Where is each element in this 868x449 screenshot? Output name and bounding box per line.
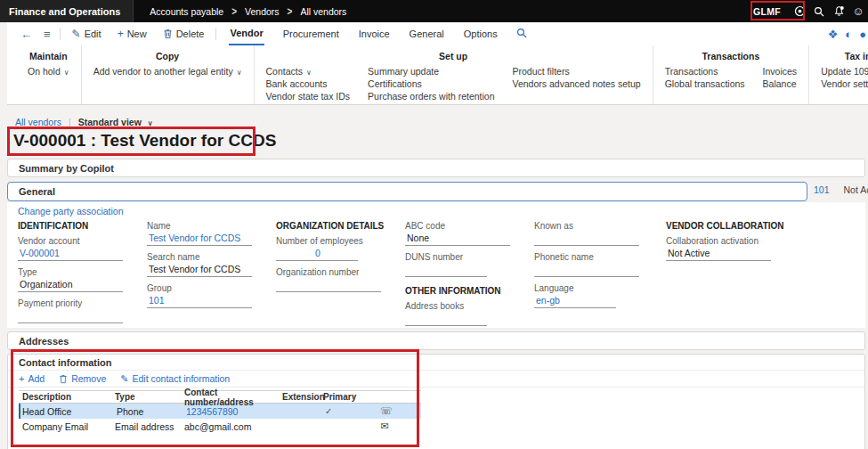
- phone-icon: ☏: [368, 405, 405, 417]
- group-header-vendor-collaboration: VENDOR COLLABORATION: [666, 221, 844, 233]
- language-value[interactable]: en-gb: [534, 295, 616, 308]
- balance-button[interactable]: Balance: [763, 78, 798, 89]
- section-addresses[interactable]: Addresses: [7, 331, 865, 350]
- search-icon[interactable]: [809, 0, 829, 22]
- update-1099-button[interactable]: Update 1099: [821, 66, 868, 77]
- field-name: Name Test Vendor for CCDS: [147, 221, 276, 246]
- vendors-advanced-notes-button[interactable]: Vendors advanced notes setup: [513, 78, 641, 89]
- list-view-row: All vendors | Standard view ∨: [15, 117, 153, 127]
- organization-number-value[interactable]: [276, 279, 381, 292]
- bell-icon[interactable]: [829, 0, 848, 22]
- column-header-contact-number[interactable]: Contact number/address: [184, 388, 282, 407]
- breadcrumb-all-vendors[interactable]: All vendors: [300, 6, 346, 17]
- plus-icon: +: [118, 29, 124, 39]
- bank-accounts-button[interactable]: Bank accounts: [266, 78, 351, 89]
- vendor-state-tax-ids-button[interactable]: Vendor state tax IDs: [266, 91, 351, 102]
- tab-general[interactable]: General: [409, 24, 445, 45]
- change-party-association-link[interactable]: Change party association: [18, 206, 124, 216]
- tab-procurement[interactable]: Procurement: [282, 24, 340, 45]
- ribbon-group-copy: Copy Add vendor to another legal entity∨: [81, 45, 254, 104]
- payment-priority-value[interactable]: [18, 310, 123, 323]
- column-header-extension[interactable]: Extension: [282, 392, 323, 402]
- ribbon-group-maintain: Maintain On hold∨: [16, 45, 81, 104]
- ribbon-group-title: Copy: [156, 51, 179, 62]
- delete-button[interactable]: Delete: [163, 29, 205, 39]
- sort-descending-icon[interactable]: ↓: [352, 392, 366, 402]
- collaboration-activation-value[interactable]: Not Active: [666, 248, 771, 261]
- column-codes: ABC code None DUNS number OTHER INFORMAT…: [405, 221, 534, 332]
- contact-grid: Description Type Contact number/address …: [19, 390, 421, 434]
- field-language: Language en-gb: [534, 283, 666, 308]
- group-value[interactable]: 101: [147, 295, 252, 308]
- command-bar: ← ≡ ✎ Edit + New Delete Vendor Procureme…: [7, 22, 868, 105]
- contacts-button[interactable]: Contacts∨: [266, 66, 351, 77]
- feedback-smiley-icon[interactable]: ☺: [848, 0, 868, 22]
- global-transactions-button[interactable]: Global transactions: [665, 78, 745, 89]
- vendor-settlement-1099s-button[interactable]: Vendor settlement for 1099s: [821, 78, 868, 89]
- column-header-primary[interactable]: Primary: [323, 392, 352, 402]
- number-of-employees-value[interactable]: 0: [276, 248, 358, 261]
- group-header-organization-details: ORGANIZATION DETAILS: [276, 221, 405, 233]
- vendor-account-value[interactable]: V-000001: [18, 248, 123, 261]
- view-selector[interactable]: Standard view ∨: [78, 117, 153, 127]
- cell-contact-number[interactable]: 1234567890: [186, 406, 284, 417]
- company-picker[interactable]: GLMF: [744, 6, 790, 17]
- column-organization-details: ORGANIZATION DETAILS Number of employees…: [276, 221, 405, 332]
- on-hold-button[interactable]: On hold∨: [28, 66, 69, 77]
- transactions-button[interactable]: Transactions: [665, 66, 745, 77]
- breadcrumb-accounts-payable[interactable]: Accounts payable: [150, 6, 223, 17]
- contact-information-header[interactable]: Contact information: [8, 355, 864, 371]
- tab-options[interactable]: Options: [463, 24, 499, 45]
- certifications-button[interactable]: Certifications: [368, 78, 494, 89]
- field-vendor-account: Vendor account V-000001: [18, 236, 147, 261]
- copilot-icon[interactable]: [790, 0, 809, 22]
- duns-number-value[interactable]: [405, 264, 487, 277]
- column-header-description[interactable]: Description: [19, 392, 115, 402]
- type-value[interactable]: Organization: [18, 279, 123, 292]
- divider: [60, 28, 61, 40]
- abc-code-value[interactable]: None: [405, 233, 510, 246]
- presence-icon[interactable]: ●: [859, 28, 866, 41]
- cell-type: Phone: [117, 406, 186, 417]
- search-name-value[interactable]: Test Vendor for CCDS: [147, 264, 252, 277]
- tab-vendor[interactable]: Vendor: [229, 23, 264, 45]
- page-title: V-000001 : Test Vendor for CCDS: [13, 131, 276, 151]
- field-type: Type Organization: [18, 267, 147, 292]
- purchase-orders-retention-button[interactable]: Purchase orders with retention: [368, 91, 494, 102]
- field-search-name: Search name Test Vendor for CCDS: [147, 252, 276, 277]
- edit-button[interactable]: ✎ Edit: [72, 29, 101, 39]
- split-view-icon[interactable]: ◐: [845, 28, 852, 41]
- group-header-other-information: OTHER INFORMATION: [405, 286, 534, 298]
- tab-invoice[interactable]: Invoice: [358, 24, 391, 45]
- hamburger-menu-icon[interactable]: ≡: [44, 28, 51, 41]
- invoices-button[interactable]: Invoices: [763, 66, 798, 77]
- back-arrow-icon[interactable]: ←: [20, 28, 32, 41]
- contact-row-head-office[interactable]: Head Office Phone 1234567890 ✓ ☏: [19, 404, 421, 419]
- new-button[interactable]: + New: [118, 29, 147, 39]
- section-summary-by-copilot[interactable]: Summary by Copilot: [7, 159, 865, 177]
- phonetic-name-value[interactable]: [534, 264, 639, 277]
- contact-row-company-email[interactable]: Company Email Email address abc@gmail.co…: [19, 419, 421, 434]
- section-general-header[interactable]: General: [7, 182, 807, 201]
- field-address-books: Address books: [405, 301, 534, 326]
- product-filters-button[interactable]: Product filters: [513, 66, 641, 77]
- app-title-segment[interactable]: Finance and Operations: [0, 0, 134, 22]
- known-as-value[interactable]: [534, 233, 639, 246]
- remove-button[interactable]: Remove: [59, 373, 106, 384]
- ribbon-group-setup: Set up Contacts∨ Bank accounts Vendor st…: [254, 45, 653, 104]
- chevron-down-icon: ∨: [237, 69, 242, 77]
- address-books-value[interactable]: [405, 313, 487, 326]
- column-names: Name Test Vendor for CCDS Search name Te…: [147, 221, 276, 332]
- pencil-icon: ✎: [72, 29, 81, 39]
- breadcrumb-vendors[interactable]: Vendors: [245, 6, 280, 17]
- app-title: Finance and Operations: [9, 6, 120, 17]
- add-vendor-legal-entity-button[interactable]: Add vendor to another legal entity∨: [93, 66, 242, 77]
- action-pane-search-icon[interactable]: [516, 26, 527, 42]
- edit-contact-information-button[interactable]: ✎ Edit contact information: [120, 373, 230, 384]
- add-button[interactable]: + Add: [19, 373, 45, 384]
- summary-update-button[interactable]: Summary update: [368, 66, 494, 77]
- personalize-icon[interactable]: ❖: [828, 28, 839, 41]
- all-vendors-link[interactable]: All vendors: [15, 117, 61, 127]
- column-header-type[interactable]: Type: [115, 392, 184, 402]
- name-value[interactable]: Test Vendor for CCDS: [147, 233, 252, 246]
